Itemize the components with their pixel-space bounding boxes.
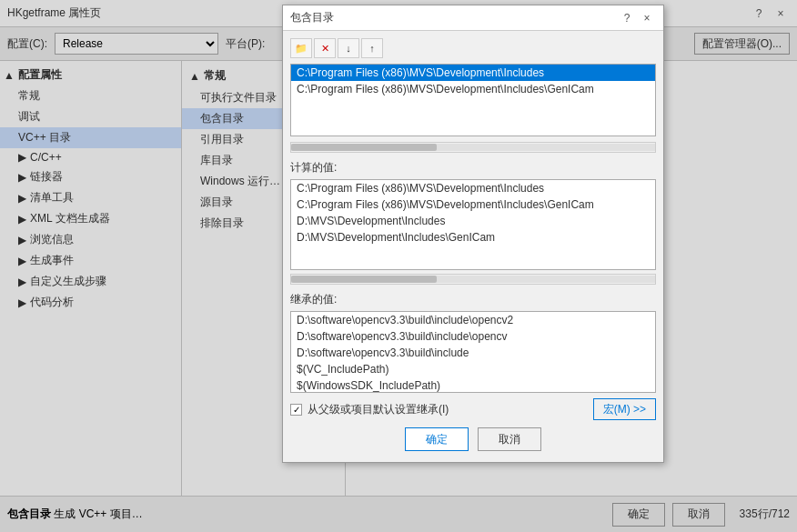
h-scroll-track (291, 144, 655, 151)
listbox-item-2[interactable]: C:\Program Files (x86)\MVS\Development\I… (291, 81, 655, 97)
dialog-overlay: 包含目录 ? × 📁 ✕ ↓ ↑ C:\Program Files (x86)\… (0, 0, 797, 532)
inherited-item-4: $(VC_IncludePath) (291, 361, 655, 377)
computed-item-2: C:\Program Files (x86)\MVS\Development\I… (291, 196, 655, 213)
inherited-label: 继承的值: (290, 292, 656, 307)
dialog-toolbar: 📁 ✕ ↓ ↑ (290, 38, 656, 58)
computed-box: C:\Program Files (x86)\MVS\Development\I… (290, 179, 656, 270)
inherited-item-2: D:\software\opencv3.3\build\include\open… (291, 328, 655, 345)
open-folder-button[interactable]: 📁 (290, 38, 312, 58)
dialog-title-controls: ? × (618, 10, 656, 26)
include-listbox[interactable]: C:\Program Files (x86)\MVS\Development\I… (290, 64, 656, 136)
inherited-item-5: $(WindowsSDK_IncludePath) (291, 377, 655, 393)
move-up-button[interactable]: ↑ (361, 38, 383, 58)
computed-item-3: D:\MVS\Development\Includes (291, 213, 655, 229)
dialog-body: 📁 ✕ ↓ ↑ C:\Program Files (x86)\MVS\Devel… (283, 31, 663, 462)
dialog-ok-button[interactable]: 确定 (405, 427, 469, 451)
computed-scroll-track (291, 276, 655, 283)
h-scrollbar[interactable] (290, 142, 656, 153)
dialog-help-button[interactable]: ? (618, 10, 636, 26)
computed-scroll-thumb (291, 276, 437, 283)
inherit-checkbox-label: 从父级或项目默认设置继承(I) (308, 402, 449, 417)
dialog-cancel-button[interactable]: 取消 (478, 427, 541, 451)
dialog-titlebar: 包含目录 ? × (283, 5, 663, 31)
computed-item-1: C:\Program Files (x86)\MVS\Development\I… (291, 180, 655, 196)
h-scroll-thumb (291, 144, 437, 151)
include-dirs-dialog: 包含目录 ? × 📁 ✕ ↓ ↑ C:\Program Files (x86)\… (282, 5, 664, 463)
inherited-box: D:\software\opencv3.3\build\include\open… (290, 311, 656, 393)
computed-item-4: D:\MVS\Development\Includes\GenICam (291, 229, 655, 246)
inherit-checkbox[interactable]: ✓ (290, 404, 302, 416)
computed-label: 计算的值: (290, 160, 656, 176)
delete-button[interactable]: ✕ (314, 38, 336, 58)
dialog-close-button[interactable]: × (638, 10, 656, 26)
dialog-title: 包含目录 (290, 10, 334, 25)
checkbox-row: ✓ 从父级或项目默认设置继承(I) 宏(M) >> (290, 398, 656, 420)
move-down-button[interactable]: ↓ (338, 38, 359, 58)
inherited-item-1: D:\software\opencv3.3\build\include\open… (291, 312, 655, 328)
computed-h-scrollbar[interactable] (290, 274, 656, 285)
dialog-footer: 确定 取消 (290, 427, 656, 455)
inherited-item-3: D:\software\opencv3.3\build\include (291, 345, 655, 361)
macro-button[interactable]: 宏(M) >> (593, 398, 656, 420)
listbox-item-1[interactable]: C:\Program Files (x86)\MVS\Development\I… (291, 65, 655, 81)
